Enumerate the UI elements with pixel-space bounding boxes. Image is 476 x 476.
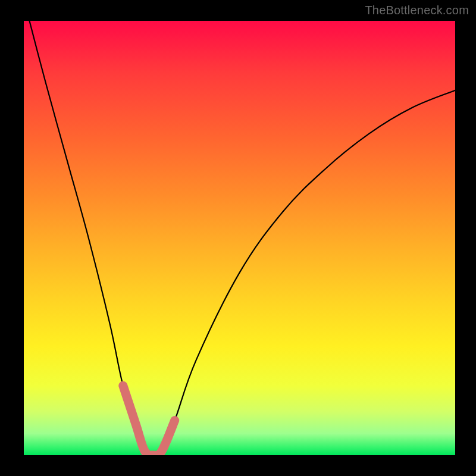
bottleneck-curve — [24, 21, 455, 455]
watermark-label: TheBottleneck.com — [365, 4, 469, 17]
chart-svg — [24, 21, 455, 455]
plot-area — [24, 21, 455, 455]
valley-highlight — [123, 386, 175, 455]
chart-frame: TheBottleneck.com — [0, 0, 476, 476]
